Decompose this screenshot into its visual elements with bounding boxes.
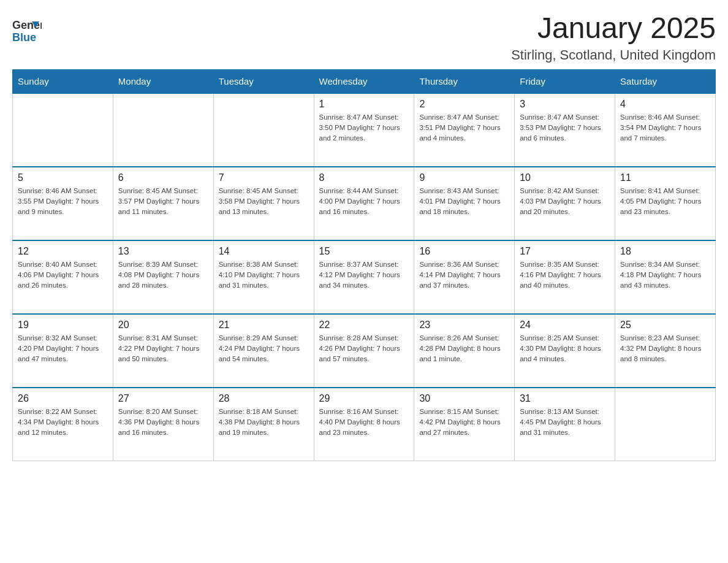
day-number: 7 (219, 172, 309, 183)
calendar-week-row: 19Sunrise: 8:32 AM Sunset: 4:20 PM Dayli… (13, 314, 716, 388)
calendar-cell: 24Sunrise: 8:25 AM Sunset: 4:30 PM Dayli… (515, 314, 615, 388)
day-of-week-header: Sunday (13, 69, 113, 93)
day-of-week-header: Tuesday (213, 69, 314, 93)
day-info: Sunrise: 8:41 AM Sunset: 4:05 PM Dayligh… (620, 186, 710, 218)
day-info: Sunrise: 8:46 AM Sunset: 3:55 PM Dayligh… (18, 186, 108, 218)
day-info: Sunrise: 8:40 AM Sunset: 4:06 PM Dayligh… (18, 259, 108, 291)
day-number: 23 (419, 320, 509, 331)
day-number: 12 (18, 246, 108, 257)
day-info: Sunrise: 8:29 AM Sunset: 4:24 PM Dayligh… (219, 333, 309, 365)
day-info: Sunrise: 8:47 AM Sunset: 3:50 PM Dayligh… (319, 112, 409, 144)
title-section: January 2025 Stirling, Scotland, United … (511, 12, 716, 63)
calendar-week-row: 1Sunrise: 8:47 AM Sunset: 3:50 PM Daylig… (13, 93, 716, 167)
calendar-cell: 29Sunrise: 8:16 AM Sunset: 4:40 PM Dayli… (314, 388, 414, 461)
calendar-week-row: 5Sunrise: 8:46 AM Sunset: 3:55 PM Daylig… (13, 167, 716, 240)
day-number: 25 (620, 320, 710, 331)
day-of-week-header: Wednesday (314, 69, 414, 93)
day-info: Sunrise: 8:15 AM Sunset: 4:42 PM Dayligh… (419, 407, 509, 439)
calendar-cell: 5Sunrise: 8:46 AM Sunset: 3:55 PM Daylig… (13, 167, 113, 240)
calendar-body: 1Sunrise: 8:47 AM Sunset: 3:50 PM Daylig… (13, 93, 716, 461)
calendar-cell: 19Sunrise: 8:32 AM Sunset: 4:20 PM Dayli… (13, 314, 113, 388)
day-number: 22 (319, 320, 409, 331)
logo-icon: General Blue (12, 15, 42, 45)
day-info: Sunrise: 8:35 AM Sunset: 4:16 PM Dayligh… (520, 259, 610, 291)
day-of-week-header: Monday (113, 69, 213, 93)
days-of-week-row: SundayMondayTuesdayWednesdayThursdayFrid… (13, 69, 716, 93)
calendar-cell: 1Sunrise: 8:47 AM Sunset: 3:50 PM Daylig… (314, 93, 414, 167)
day-number: 16 (419, 246, 509, 257)
calendar-cell (213, 93, 314, 167)
day-info: Sunrise: 8:20 AM Sunset: 4:36 PM Dayligh… (118, 407, 208, 439)
day-number: 28 (219, 393, 309, 404)
calendar-cell: 21Sunrise: 8:29 AM Sunset: 4:24 PM Dayli… (213, 314, 314, 388)
svg-text:General: General (12, 19, 42, 31)
calendar-cell: 20Sunrise: 8:31 AM Sunset: 4:22 PM Dayli… (113, 314, 213, 388)
day-number: 14 (219, 246, 309, 257)
calendar-cell: 22Sunrise: 8:28 AM Sunset: 4:26 PM Dayli… (314, 314, 414, 388)
day-number: 4 (620, 99, 710, 110)
calendar-cell: 8Sunrise: 8:44 AM Sunset: 4:00 PM Daylig… (314, 167, 414, 240)
calendar-cell: 11Sunrise: 8:41 AM Sunset: 4:05 PM Dayli… (615, 167, 716, 240)
day-number: 10 (520, 172, 610, 183)
day-number: 26 (18, 393, 108, 404)
day-info: Sunrise: 8:37 AM Sunset: 4:12 PM Dayligh… (319, 259, 409, 291)
day-info: Sunrise: 8:22 AM Sunset: 4:34 PM Dayligh… (18, 407, 108, 439)
day-number: 20 (118, 320, 208, 331)
calendar-cell: 23Sunrise: 8:26 AM Sunset: 4:28 PM Dayli… (414, 314, 515, 388)
day-info: Sunrise: 8:45 AM Sunset: 3:57 PM Dayligh… (118, 186, 208, 218)
day-of-week-header: Saturday (615, 69, 716, 93)
day-number: 1 (319, 99, 409, 110)
calendar-header: SundayMondayTuesdayWednesdayThursdayFrid… (13, 69, 716, 93)
day-number: 8 (319, 172, 409, 183)
day-info: Sunrise: 8:26 AM Sunset: 4:28 PM Dayligh… (419, 333, 509, 365)
logo: General Blue (12, 12, 42, 45)
day-info: Sunrise: 8:13 AM Sunset: 4:45 PM Dayligh… (520, 407, 610, 439)
day-number: 11 (620, 172, 710, 183)
calendar-cell: 14Sunrise: 8:38 AM Sunset: 4:10 PM Dayli… (213, 240, 314, 314)
day-info: Sunrise: 8:44 AM Sunset: 4:00 PM Dayligh… (319, 186, 409, 218)
day-number: 29 (319, 393, 409, 404)
day-info: Sunrise: 8:45 AM Sunset: 3:58 PM Dayligh… (219, 186, 309, 218)
calendar-cell (615, 388, 716, 461)
calendar-cell: 7Sunrise: 8:45 AM Sunset: 3:58 PM Daylig… (213, 167, 314, 240)
calendar-cell: 17Sunrise: 8:35 AM Sunset: 4:16 PM Dayli… (515, 240, 615, 314)
calendar-cell: 30Sunrise: 8:15 AM Sunset: 4:42 PM Dayli… (414, 388, 515, 461)
day-number: 9 (419, 172, 509, 183)
day-of-week-header: Thursday (414, 69, 515, 93)
location-title: Stirling, Scotland, United Kingdom (511, 47, 716, 63)
calendar-cell: 12Sunrise: 8:40 AM Sunset: 4:06 PM Dayli… (13, 240, 113, 314)
day-number: 31 (520, 393, 610, 404)
day-number: 15 (319, 246, 409, 257)
calendar-cell: 10Sunrise: 8:42 AM Sunset: 4:03 PM Dayli… (515, 167, 615, 240)
calendar-week-row: 12Sunrise: 8:40 AM Sunset: 4:06 PM Dayli… (13, 240, 716, 314)
day-number: 27 (118, 393, 208, 404)
day-number: 19 (18, 320, 108, 331)
day-info: Sunrise: 8:47 AM Sunset: 3:51 PM Dayligh… (419, 112, 509, 144)
page-header: General Blue January 2025 Stirling, Scot… (12, 12, 716, 63)
calendar-cell: 28Sunrise: 8:18 AM Sunset: 4:38 PM Dayli… (213, 388, 314, 461)
day-info: Sunrise: 8:23 AM Sunset: 4:32 PM Dayligh… (620, 333, 710, 365)
calendar-cell: 27Sunrise: 8:20 AM Sunset: 4:36 PM Dayli… (113, 388, 213, 461)
day-info: Sunrise: 8:46 AM Sunset: 3:54 PM Dayligh… (620, 112, 710, 144)
day-number: 6 (118, 172, 208, 183)
calendar-week-row: 26Sunrise: 8:22 AM Sunset: 4:34 PM Dayli… (13, 388, 716, 461)
day-info: Sunrise: 8:38 AM Sunset: 4:10 PM Dayligh… (219, 259, 309, 291)
calendar-cell: 13Sunrise: 8:39 AM Sunset: 4:08 PM Dayli… (113, 240, 213, 314)
day-info: Sunrise: 8:32 AM Sunset: 4:20 PM Dayligh… (18, 333, 108, 365)
day-of-week-header: Friday (515, 69, 615, 93)
calendar-cell: 18Sunrise: 8:34 AM Sunset: 4:18 PM Dayli… (615, 240, 716, 314)
day-number: 30 (419, 393, 509, 404)
calendar-cell: 25Sunrise: 8:23 AM Sunset: 4:32 PM Dayli… (615, 314, 716, 388)
day-info: Sunrise: 8:31 AM Sunset: 4:22 PM Dayligh… (118, 333, 208, 365)
general-blue-logo-svg: General Blue (12, 15, 42, 45)
day-number: 24 (520, 320, 610, 331)
calendar-cell: 3Sunrise: 8:47 AM Sunset: 3:53 PM Daylig… (515, 93, 615, 167)
day-info: Sunrise: 8:25 AM Sunset: 4:30 PM Dayligh… (520, 333, 610, 365)
calendar-cell: 26Sunrise: 8:22 AM Sunset: 4:34 PM Dayli… (13, 388, 113, 461)
day-info: Sunrise: 8:18 AM Sunset: 4:38 PM Dayligh… (219, 407, 309, 439)
month-title: January 2025 (511, 12, 716, 45)
day-number: 13 (118, 246, 208, 257)
day-number: 18 (620, 246, 710, 257)
day-info: Sunrise: 8:47 AM Sunset: 3:53 PM Dayligh… (520, 112, 610, 144)
day-number: 17 (520, 246, 610, 257)
